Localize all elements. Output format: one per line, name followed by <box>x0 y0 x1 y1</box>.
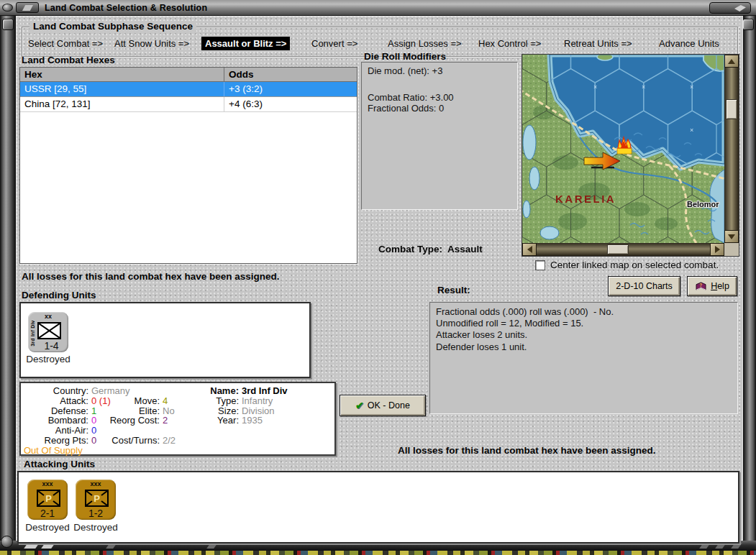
ok-done-button[interactable]: ✔ OK - Done <box>340 395 426 416</box>
frame-decoration <box>106 543 117 549</box>
cell-hex: China [72, 131] <box>20 97 224 111</box>
defending-unit-counter[interactable]: xx 3rd Inf Div 1-4 <box>28 312 68 352</box>
infantry-symbol-icon <box>37 322 61 339</box>
background-map-strip <box>0 551 756 555</box>
attacking-units-panel: xxx P 2-1 Destroyed xxx P 1-2 Destr <box>17 471 739 543</box>
ok-done-label: OK - Done <box>368 400 410 410</box>
unit-strength: 1-2 <box>76 508 116 519</box>
result-line: Attacker loses 2 units. <box>436 329 732 341</box>
scrollbar-corner <box>724 243 739 256</box>
frame-decoration <box>41 543 55 549</box>
unit-status: Destroyed <box>69 522 122 533</box>
window-frame-right <box>743 16 756 541</box>
unit-symbol-letter: P <box>38 493 59 504</box>
window-arrow-icon <box>734 5 746 12</box>
frame-decoration <box>24 543 40 549</box>
combat-hexes-table: Hex Odds USSR [29, 55] +3 (3:2) China [7… <box>19 67 357 264</box>
modifier-line: Die mod. (net): +3 <box>368 65 511 76</box>
map-viewport[interactable]: ×××× KARELIA Belomor <box>522 55 724 243</box>
step-convert: Convert => <box>311 38 357 49</box>
scroll-down-button[interactable] <box>724 230 739 243</box>
cell-odds: +4 (6:3) <box>224 97 263 111</box>
vscroll-thumb[interactable] <box>726 99 737 119</box>
title-bar[interactable]: Land Combat Selection & Resolution <box>0 0 756 16</box>
svg-text:×: × <box>593 83 597 91</box>
arrow-up-icon <box>728 59 735 64</box>
map-city-label: Belomor <box>687 200 719 208</box>
unit-status: Destroyed <box>21 522 74 533</box>
arrow-right-icon <box>715 246 720 253</box>
frame-decoration <box>206 543 218 549</box>
step-att-snow-units: Att Snow Units => <box>114 38 189 49</box>
unit-details-panel: Country:Germany Attack:0 (1) Defense:1 B… <box>19 382 336 456</box>
result-panel: Fractional odds (.000) roll was (.000) -… <box>429 302 738 414</box>
svg-text:×: × <box>642 83 645 91</box>
defending-units-label: Defending Units <box>22 290 96 301</box>
modifier-line: Combat Ratio: +3.00 <box>368 92 511 103</box>
combat-type-row: Combat Type: Assault <box>378 244 483 254</box>
hscroll-thumb[interactable] <box>607 244 629 254</box>
frame-stud-right <box>742 19 754 30</box>
scroll-left-button[interactable] <box>522 243 537 256</box>
frame-decoration <box>699 543 711 549</box>
step-select-combat: Select Combat => <box>28 38 103 49</box>
hexes-section-label: Land Combat Hexes <box>22 55 115 65</box>
map-vscrollbar[interactable] <box>724 55 739 243</box>
step-advance-units: Advance Units <box>659 38 719 49</box>
unit-status: Destroyed <box>22 354 75 364</box>
checkmark-icon: ✔ <box>355 400 364 411</box>
help-button-label: Help <box>711 281 729 291</box>
unit-size-marker: xxx <box>27 480 68 487</box>
charts-button[interactable]: 2-D-10 Charts <box>608 276 680 296</box>
scroll-up-button[interactable] <box>724 55 739 68</box>
scroll-right-button[interactable] <box>710 243 724 256</box>
window-control-button[interactable] <box>709 2 751 14</box>
arrow-left-icon <box>527 246 532 253</box>
result-line: Fractional odds (.000) roll was (.000) -… <box>436 306 732 318</box>
center-map-checkbox[interactable] <box>535 260 545 270</box>
frame-decoration <box>731 543 742 549</box>
svg-text:?: ? <box>699 283 702 288</box>
window-frame-left <box>0 16 16 541</box>
modifiers-section-label: Die Roll Modifiers <box>364 51 446 62</box>
attacking-unit-counter[interactable]: xxx P 2-1 <box>27 480 68 520</box>
step-hex-control: Hex Control => <box>478 38 541 49</box>
attacking-unit-counter[interactable]: xxx P 1-2 <box>76 480 116 520</box>
cell-hex: USSR [29, 55] <box>20 82 224 96</box>
help-button[interactable]: ? Help <box>687 276 737 296</box>
map-hscrollbar[interactable] <box>522 243 724 256</box>
window-menu-button[interactable] <box>16 2 39 13</box>
frame-knob-bottom-left <box>1 536 13 548</box>
combat-type-value: Assault <box>447 244 483 254</box>
partisan-symbol-icon: P <box>37 490 60 507</box>
combat-type-label: Combat Type: <box>378 244 442 254</box>
step-retreat-units: Retreat Units => <box>564 38 632 49</box>
losses-assigned-message-left: All losses for this land combat hex have… <box>22 271 280 282</box>
column-header-hex: Hex <box>20 68 224 81</box>
svg-text:×: × <box>690 127 693 134</box>
window-title: Land Combat Selection & Resolution <box>45 3 207 13</box>
map-region-label: KARELIA <box>555 193 616 205</box>
help-book-icon: ? <box>695 282 707 291</box>
losses-assigned-message-right: All losses for this land combat hex have… <box>398 445 656 456</box>
details-column-3: Name:3rd Inf Div Type:Infantry Size:Divi… <box>185 385 288 425</box>
frame-stud-left <box>2 19 14 30</box>
charts-button-label: 2-D-10 Charts <box>616 281 673 291</box>
step-assault-or-blitz-active: Assault or Blitz => <box>201 37 290 50</box>
die-roll-modifiers-panel: Die mod. (net): +3 Combat Ratio: +3.00 F… <box>361 62 518 210</box>
map-island <box>597 55 613 60</box>
frame-decoration <box>715 543 727 549</box>
unit-symbol-letter: P <box>86 493 107 504</box>
step-assign-losses: Assign Losses => <box>388 38 462 49</box>
table-row[interactable]: China [72, 131] +4 (6:3) <box>20 97 357 112</box>
column-header-odds: Odds <box>224 68 254 81</box>
linked-map-widget[interactable]: ×××× KARELIA Belomor <box>522 54 739 257</box>
result-line: Unmodified roll = 12, Modified = 15. <box>436 318 732 329</box>
table-row-selected[interactable]: USSR [29, 55] +3 (3:2) <box>20 82 357 97</box>
unit-size-marker: xxx <box>76 480 116 487</box>
window-knob-icon <box>2 4 13 12</box>
supply-status: Out Of Supply <box>24 445 129 455</box>
details-column-2: Move:4 Elite:No Reorg Cost:2 Cost/Turns:… <box>96 385 176 445</box>
defending-units-panel: xx 3rd Inf Div 1-4 Destroyed <box>19 302 311 378</box>
unit-strength: 2-1 <box>27 508 68 519</box>
